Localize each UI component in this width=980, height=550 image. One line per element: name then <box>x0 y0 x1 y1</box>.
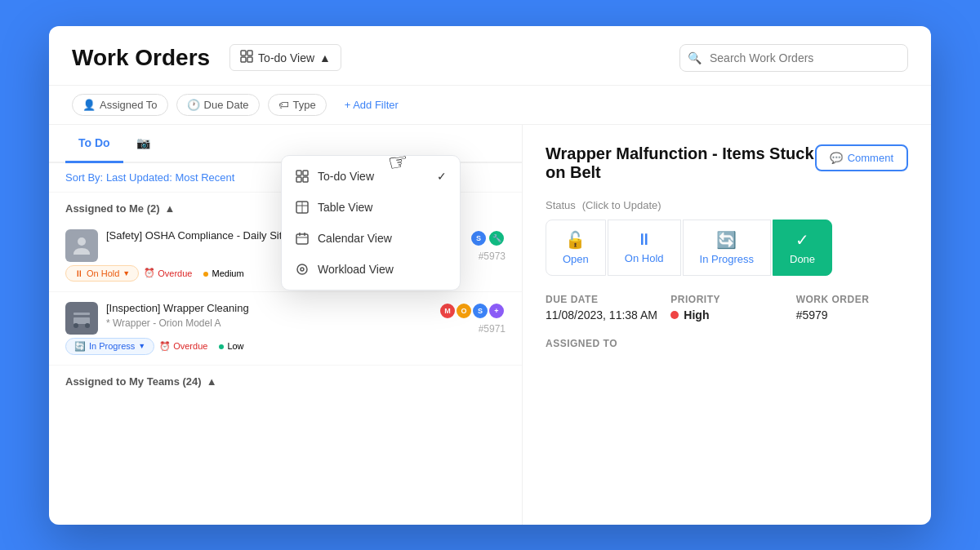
right-panel: Wrapper Malfunction - Items Stuck on Bel… <box>523 125 931 525</box>
header: Work Orders To-do View ▲ 🔍 <box>49 26 931 86</box>
avatar <box>65 229 98 262</box>
chevron-up-icon: ▲ <box>165 202 176 215</box>
page-title: Work Orders <box>72 45 210 71</box>
refresh-icon: 🔄 <box>74 341 86 352</box>
dropdown-item-calendar-view[interactable]: Calendar View <box>282 223 460 254</box>
view-toggle-label: To-do View <box>258 51 314 64</box>
clock-icon: ⏸ <box>74 268 83 278</box>
detail-title: Wrapper Malfunction - Items Stuck on Bel… <box>546 144 815 182</box>
filter-chip-assigned-to[interactable]: 👤 Assigned To <box>72 94 168 116</box>
wo-number: M O S + #5971 <box>439 302 506 335</box>
clock-icon: ⏰ <box>159 341 171 352</box>
status-badge[interactable]: ⏸ On Hold ▼ <box>65 265 139 282</box>
status-in-progress-button[interactable]: 🔄 In Progress <box>683 220 771 276</box>
check-icon: ✓ <box>795 230 809 250</box>
status-buttons: 🔓 Open ⏸ On Hold 🔄 In Progress ✓ Done <box>546 220 908 276</box>
svg-point-9 <box>74 323 78 328</box>
add-filter-button[interactable]: + Add Filter <box>335 95 408 115</box>
open-lock-icon: 🔓 <box>565 230 586 250</box>
main-content: To Do 📷 Sort By: Last Updated: Most Rece… <box>49 125 931 525</box>
tab-todo[interactable]: To Do <box>65 125 123 163</box>
svg-rect-11 <box>296 171 301 175</box>
svg-point-23 <box>301 268 304 271</box>
wo-info: [Inspection] Wrapper Cleaning * Wrapper … <box>106 302 430 329</box>
work-order-item: Work Order #5979 <box>796 294 908 322</box>
camera-icon: 📷 <box>136 136 150 149</box>
app-window: Work Orders To-do View ▲ 🔍 👤 Assigned To <box>49 26 931 525</box>
svg-point-5 <box>78 237 86 246</box>
svg-rect-18 <box>296 234 308 244</box>
chevron-up-icon: ▲ <box>319 51 331 64</box>
clock-icon: ⏰ <box>144 268 155 278</box>
grid-icon <box>240 50 253 65</box>
status-done-button[interactable]: ✓ Done <box>773 220 832 276</box>
mini-avatar: + <box>488 302 506 320</box>
status-on-hold-button[interactable]: ⏸ On Hold <box>608 220 681 276</box>
svg-rect-1 <box>247 51 252 55</box>
search-input[interactable] <box>679 44 908 72</box>
calendar-icon <box>295 231 310 246</box>
mini-avatar: S <box>470 229 488 247</box>
priority-dot-icon <box>219 341 224 351</box>
avatar <box>65 302 98 335</box>
pause-icon: ⏸ <box>636 230 653 249</box>
chevron-up-icon: ▲ <box>207 375 217 388</box>
svg-point-10 <box>85 323 90 328</box>
dropdown-item-todo-view[interactable]: To-do View ✓ <box>282 161 460 192</box>
filter-chip-due-date[interactable]: 🕐 Due Date <box>176 94 260 116</box>
view-dropdown: To-do View ✓ Table View <box>281 155 461 291</box>
table-icon <box>295 200 310 215</box>
svg-rect-0 <box>241 51 246 55</box>
due-date-item: Due Date 11/08/2023, 11:38 AM <box>546 294 657 322</box>
grid-icon <box>295 169 310 184</box>
workload-icon <box>295 262 310 277</box>
check-icon: ✓ <box>437 170 447 183</box>
status-label: Status (Click to Update) <box>546 198 908 211</box>
svg-rect-3 <box>247 57 252 62</box>
progress-icon: 🔄 <box>716 230 737 250</box>
person-icon: 👤 <box>82 99 96 111</box>
tag-icon: 🏷 <box>278 99 289 111</box>
priority-value: High <box>670 308 782 322</box>
svg-rect-14 <box>303 177 308 182</box>
svg-rect-13 <box>296 177 301 182</box>
details-grid: Due Date 11/08/2023, 11:38 AM Priority H… <box>546 294 908 322</box>
view-toggle-button[interactable]: To-do View ▲ <box>229 44 341 71</box>
comment-button[interactable]: 💬 Comment <box>815 144 908 171</box>
wo-number: S 🔧 #5973 <box>470 229 506 262</box>
svg-rect-7 <box>74 313 90 315</box>
dropdown-item-table-view[interactable]: Table View <box>282 192 460 223</box>
priority-dot-icon <box>670 311 679 319</box>
status-badge[interactable]: 🔄 In Progress ▼ <box>65 338 154 355</box>
status-section: Status (Click to Update) 🔓 Open ⏸ On Hol… <box>546 198 908 276</box>
chevron-down-icon: ▼ <box>138 342 145 350</box>
work-order-item[interactable]: [Inspection] Wrapper Cleaning * Wrapper … <box>49 292 522 366</box>
comment-icon: 💬 <box>830 152 843 164</box>
svg-rect-2 <box>241 57 246 62</box>
wo-badges: 🔄 In Progress ▼ ⏰ Overdue Low <box>65 338 506 355</box>
mini-avatar: 🔧 <box>488 229 506 247</box>
mini-avatar: M <box>439 302 457 320</box>
overdue-badge: ⏰ Overdue <box>144 265 192 282</box>
filter-chip-type[interactable]: 🏷 Type <box>268 94 327 116</box>
search-icon: 🔍 <box>688 51 702 64</box>
search-wrapper: 🔍 <box>679 44 908 72</box>
mini-avatar: O <box>455 302 473 320</box>
dropdown-item-workload-view[interactable]: Workload View <box>282 254 460 285</box>
svg-rect-12 <box>303 171 308 175</box>
clock-icon: 🕐 <box>187 99 200 111</box>
tab-camera[interactable]: 📷 <box>123 125 163 163</box>
section-assigned-to-teams[interactable]: Assigned to My Teams (24) ▲ <box>49 366 522 393</box>
assigned-to-section: Assigned To <box>546 338 908 349</box>
status-open-button[interactable]: 🔓 Open <box>546 220 606 276</box>
filters-bar: 👤 Assigned To 🕐 Due Date 🏷 Type + Add Fi… <box>49 86 931 125</box>
priority-badge: Low <box>212 338 250 355</box>
svg-rect-8 <box>74 317 90 324</box>
priority-item: Priority High <box>670 294 782 322</box>
chevron-down-icon: ▼ <box>122 269 130 277</box>
priority-dot-icon <box>203 268 208 278</box>
detail-header: Wrapper Malfunction - Items Stuck on Bel… <box>546 144 908 182</box>
mini-avatar: S <box>471 302 489 320</box>
priority-badge: Medium <box>197 265 250 282</box>
svg-point-22 <box>297 264 307 274</box>
